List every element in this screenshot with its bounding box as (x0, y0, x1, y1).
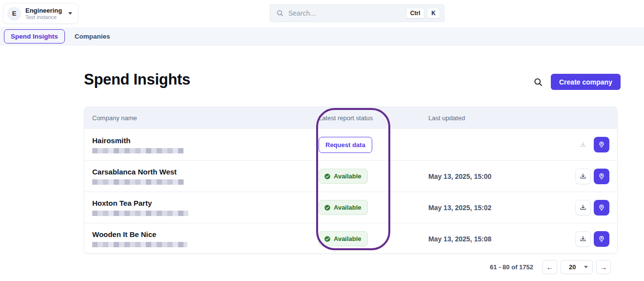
tab-companies[interactable]: Companies (68, 30, 117, 43)
status-badge: Available (319, 231, 368, 246)
redacted-subtitle (92, 242, 187, 247)
k-key-hint: K (427, 8, 440, 19)
table-row: Wooden It Be Nice Available May 13, 2025… (84, 223, 617, 254)
download-icon (579, 173, 587, 180)
company-name: Wooden It Be Nice (92, 230, 319, 238)
download-icon (579, 141, 587, 149)
company-name: Hoxton Tea Party (92, 199, 319, 207)
workspace-subtitle: Test instance (25, 14, 62, 21)
pagination-range: 61 - 80 of 1752 (490, 263, 533, 271)
company-name: Carsablanca North West (92, 168, 319, 176)
global-search[interactable]: Ctrl K (270, 4, 444, 22)
last-updated: May 13, 2025, 15:02 (428, 204, 491, 212)
download-button[interactable] (575, 200, 591, 216)
insights-button[interactable] (594, 200, 609, 216)
pagination: 61 - 80 of 1752 ← 20 → (490, 260, 611, 274)
page-size-value: 20 (569, 263, 576, 271)
tab-spend-insights[interactable]: Spend Insights (4, 29, 65, 43)
insights-button[interactable] (594, 169, 609, 184)
ctrl-key-hint: Ctrl (406, 8, 425, 19)
download-icon (579, 235, 587, 243)
lightbulb-icon (598, 235, 605, 243)
download-button[interactable] (575, 169, 591, 184)
check-circle-icon (324, 204, 331, 211)
lightbulb-icon (598, 173, 605, 180)
workspace-name: Engineering (25, 7, 62, 14)
last-updated: May 13, 2025, 15:08 (428, 235, 491, 243)
redacted-subtitle (92, 179, 184, 185)
company-name: Hairosmith (92, 136, 319, 145)
redacted-subtitle (92, 148, 183, 153)
table-header-row: Company name Latest report status Last u… (84, 107, 617, 129)
request-data-button[interactable]: Request data (319, 137, 372, 153)
search-input[interactable] (288, 9, 403, 17)
table-row: Hairosmith Request data (84, 129, 617, 160)
column-header-last-updated: Last updated (428, 114, 541, 122)
chevron-down-icon (584, 266, 588, 268)
nav-bar: Spend Insights Companies (0, 27, 644, 45)
last-updated: May 13, 2025, 15:00 (428, 173, 491, 180)
check-circle-icon (324, 173, 331, 180)
previous-page-button[interactable]: ← (543, 260, 557, 274)
companies-table: Company name Latest report status Last u… (84, 107, 618, 254)
top-bar: E Engineering Test instance Ctrl K (0, 0, 644, 27)
lightbulb-icon (598, 141, 605, 149)
check-circle-icon (324, 236, 331, 242)
status-badge: Available (319, 169, 368, 184)
lightbulb-icon (598, 204, 605, 212)
redacted-subtitle (92, 211, 188, 216)
table-search-icon[interactable] (533, 77, 543, 87)
search-icon (276, 9, 284, 17)
insights-button[interactable] (594, 231, 609, 247)
page-title: Spend Insights (84, 71, 190, 88)
column-header-company-name: Company name (84, 114, 319, 122)
download-icon (579, 204, 587, 212)
chevron-down-icon (68, 12, 72, 15)
insights-button[interactable] (594, 137, 609, 152)
page-size-select[interactable]: 20 (561, 260, 593, 274)
download-button (575, 137, 591, 152)
download-button[interactable] (575, 231, 591, 247)
column-header-report-status: Latest report status (319, 114, 428, 122)
workspace-switcher[interactable]: E Engineering Test instance (3, 3, 79, 24)
table-row: Carsablanca North West Available May 13,… (84, 160, 617, 192)
create-company-button[interactable]: Create company (551, 74, 621, 90)
workspace-avatar: E (7, 7, 21, 21)
table-row: Hoxton Tea Party Available May 13, 2025,… (84, 192, 617, 223)
status-badge: Available (319, 200, 368, 215)
next-page-button[interactable]: → (596, 260, 611, 274)
